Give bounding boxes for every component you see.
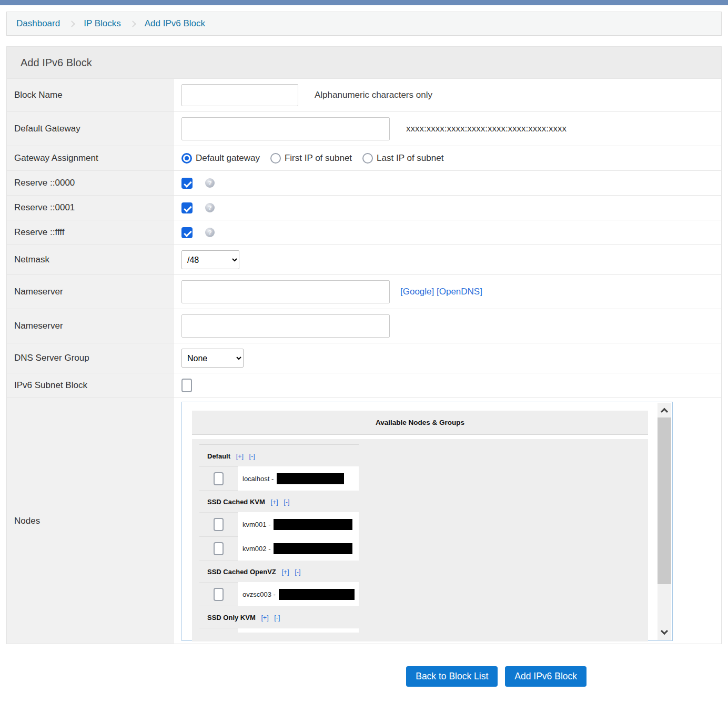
gateway-assignment-label: Gateway Assignment <box>7 146 174 170</box>
group-name: SSD Cached KVM <box>207 498 265 506</box>
add-ipv6-block-button[interactable]: Add IPv6 Block <box>505 666 587 687</box>
available-nodes-groups-header: Available Nodes & Groups <box>192 411 648 435</box>
help-icon[interactable]: ? <box>205 178 215 188</box>
block-name-hint: Alphanumeric characters only <box>315 90 432 100</box>
scroll-down-button[interactable] <box>658 625 671 640</box>
radio-last-ip-of-subnet[interactable]: Last IP of subnet <box>362 153 443 164</box>
nameserver-1-input[interactable] <box>181 280 390 303</box>
ipv6-subnet-block-checkbox[interactable] <box>181 379 192 392</box>
node-group-ssd-cached-kvm: SSD Cached KVM [+] [-] <box>199 491 359 512</box>
default-gateway-hint: xxxx:xxxx:xxxx:xxxx:xxxx:xxxx:xxxx:xxxx <box>406 124 567 134</box>
ipv6-subnet-block-label: IPv6 Subnet Block <box>7 373 174 398</box>
collapse-group-link[interactable]: [-] <box>274 614 280 622</box>
row-default-gateway: Default Gateway xxxx:xxxx:xxxx:xxxx:xxxx… <box>7 111 721 146</box>
node-name: localhost - <box>238 466 359 491</box>
node-name-text: kvm001 - <box>242 521 270 528</box>
vertical-scrollbar[interactable] <box>658 403 671 640</box>
node-row-ovzsc003: ovzsc003 - <box>199 582 359 606</box>
add-ipv6-block-panel: Add IPv6 Block Block Name Alphanumeric c… <box>6 46 722 644</box>
radio-label: First IP of subnet <box>285 153 352 164</box>
opendns-link[interactable]: [OpenDNS] <box>437 287 482 297</box>
netmask-label: Netmask <box>7 245 174 274</box>
page-title: Add IPv6 Block <box>7 47 721 78</box>
collapse-group-link[interactable]: [-] <box>284 498 289 506</box>
collapse-group-link[interactable]: [-] <box>249 453 255 460</box>
node-name-text: ovzsc003 - <box>242 590 276 598</box>
node-name-text: kvm002 - <box>242 545 270 553</box>
collapse-group-link[interactable]: [-] <box>295 568 300 576</box>
nameserver-2-input[interactable] <box>181 314 390 338</box>
node-row-kvm002: kvm002 - <box>199 536 359 561</box>
form-actions: Back to Block List Add IPv6 Block <box>6 666 587 687</box>
node-row-kvm001: kvm001 - <box>199 512 359 536</box>
nameserver-1-label: Nameserver <box>7 275 174 309</box>
radio-first-ip-of-subnet[interactable]: First IP of subnet <box>270 153 352 164</box>
reserve-0001-label: Reserve ::0001 <box>7 196 174 220</box>
row-netmask: Netmask /48 <box>7 244 721 274</box>
breadcrumb-ip-blocks[interactable]: IP Blocks <box>84 18 121 29</box>
row-reserve-0000: Reserve ::0000 ? <box>7 170 721 195</box>
dns-server-group-select[interactable]: None <box>181 349 244 368</box>
row-dns-server-group: DNS Server Group None <box>7 343 721 373</box>
nodes-label: Nodes <box>7 398 174 644</box>
back-to-block-list-button[interactable]: Back to Block List <box>406 666 498 687</box>
google-dns-link[interactable]: [Google] <box>400 287 434 297</box>
expand-group-link[interactable]: [+] <box>261 614 268 622</box>
redacted-ip <box>274 519 352 530</box>
node-group-ssd-only-kvm: SSD Only KVM [+] [-] <box>199 606 359 628</box>
node-checkbox-kvm002[interactable] <box>214 542 224 555</box>
row-nameserver-1: Nameserver [Google] [OpenDNS] <box>7 274 721 309</box>
scrollbar-thumb[interactable] <box>658 417 671 584</box>
node-row-partial <box>199 628 359 633</box>
redacted-ip <box>279 589 355 600</box>
redacted-ip <box>277 473 344 484</box>
node-group-default: Default [+] [-] <box>199 445 359 466</box>
block-name-label: Block Name <box>7 79 174 111</box>
group-name: SSD Cached OpenVZ <box>207 568 276 576</box>
group-name: SSD Only KVM <box>207 614 256 622</box>
radio-label: Last IP of subnet <box>377 153 443 164</box>
node-row-localhost: localhost - <box>199 466 359 491</box>
scroll-up-button[interactable] <box>658 403 671 417</box>
dns-server-group-label: DNS Server Group <box>7 343 174 373</box>
breadcrumb-dashboard[interactable]: Dashboard <box>16 18 60 29</box>
group-name: Default <box>207 452 230 460</box>
reserve-0000-checkbox[interactable] <box>181 178 193 189</box>
node-name: kvm001 - <box>238 512 359 536</box>
breadcrumb-add-ipv6-block[interactable]: Add IPv6 Block <box>145 18 205 29</box>
node-name: ovzsc003 - <box>238 582 359 606</box>
last-ip-radio[interactable] <box>362 153 373 164</box>
node-checkbox-localhost[interactable] <box>214 472 224 485</box>
row-gateway-assignment: Gateway Assignment Default gateway First… <box>7 146 721 170</box>
redacted-ip <box>274 543 352 554</box>
chevron-down-icon <box>661 627 668 635</box>
netmask-select[interactable]: /48 <box>181 250 239 269</box>
nodes-scroll-panel: Available Nodes & Groups Default [+] [-] <box>181 402 673 641</box>
first-ip-radio[interactable] <box>270 153 281 164</box>
default-gateway-input[interactable] <box>181 117 390 140</box>
expand-group-link[interactable]: [+] <box>236 453 244 460</box>
row-block-name: Block Name Alphanumeric characters only <box>7 78 721 111</box>
breadcrumb: Dashboard IP Blocks Add IPv6 Block <box>6 12 722 36</box>
reserve-0001-checkbox[interactable] <box>181 202 193 213</box>
node-checkbox-kvm001[interactable] <box>214 518 224 531</box>
chevron-right-icon <box>68 21 75 27</box>
nameserver-2-label: Nameserver <box>7 309 174 343</box>
reserve-ffff-checkbox[interactable] <box>181 227 193 238</box>
row-reserve-0001: Reserve ::0001 ? <box>7 195 721 220</box>
reserve-ffff-label: Reserve ::ffff <box>7 220 174 244</box>
radio-label: Default gateway <box>196 153 260 164</box>
chevron-up-icon <box>661 408 668 415</box>
node-group-ssd-cached-openvz: SSD Cached OpenVZ [+] [-] <box>199 561 359 582</box>
help-icon[interactable]: ? <box>205 228 215 237</box>
default-gateway-radio[interactable] <box>181 153 192 164</box>
radio-default-gateway[interactable]: Default gateway <box>181 153 260 164</box>
node-name-text: localhost - <box>242 475 274 483</box>
row-ipv6-subnet-block: IPv6 Subnet Block <box>7 373 721 398</box>
expand-group-link[interactable]: [+] <box>270 498 278 506</box>
node-checkbox-ovzsc003[interactable] <box>214 588 224 601</box>
expand-group-link[interactable]: [+] <box>281 568 289 576</box>
node-name: kvm002 - <box>238 536 359 561</box>
help-icon[interactable]: ? <box>205 203 215 212</box>
block-name-input[interactable] <box>181 84 298 106</box>
